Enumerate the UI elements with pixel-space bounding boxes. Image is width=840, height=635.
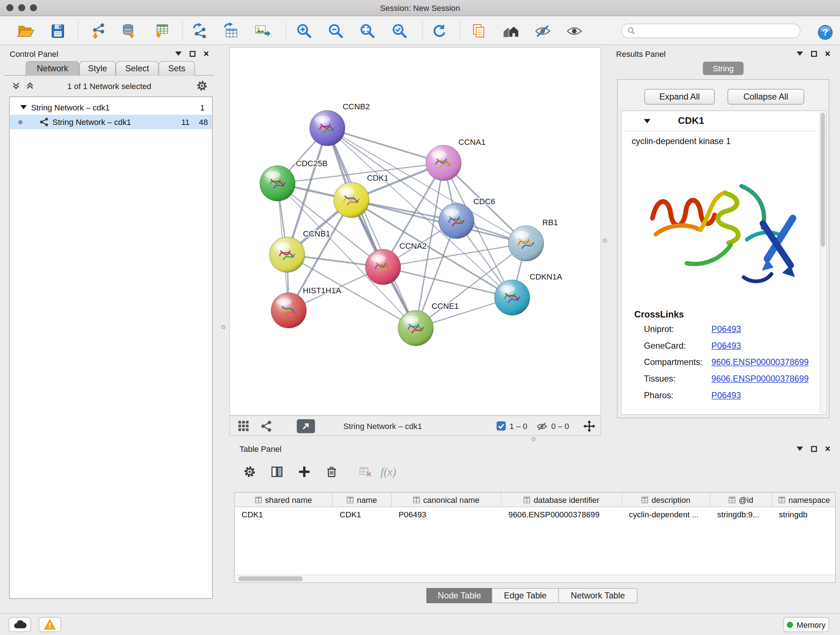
zoom-selected-icon[interactable] — [390, 21, 409, 41]
network-node-ccna1[interactable] — [426, 145, 461, 181]
show-graphics-details-icon[interactable] — [565, 21, 584, 41]
gene-entry-header[interactable]: CDK1 — [622, 111, 826, 131]
network-node-cdk1[interactable] — [334, 182, 369, 218]
hide-graphics-details-icon[interactable] — [533, 21, 552, 41]
tab-select[interactable]: Select — [116, 61, 158, 76]
tab-network[interactable]: Network — [26, 61, 79, 76]
delete-table-icon[interactable] — [357, 464, 373, 480]
panel-menu-icon[interactable] — [175, 51, 182, 56]
network-node-rb1[interactable] — [508, 226, 544, 261]
scrollbar-thumb[interactable] — [238, 576, 303, 581]
selected-checkbox-icon[interactable] — [497, 421, 506, 432]
network-options-gear-icon[interactable] — [196, 80, 208, 94]
column-header[interactable]: canonical name — [392, 493, 502, 507]
show-columns-icon[interactable] — [269, 464, 285, 480]
network-collection-row[interactable]: String Network – cdk1 1 — [10, 100, 212, 115]
column-header[interactable]: shared name — [235, 493, 333, 507]
column-header[interactable]: database identifier — [501, 493, 622, 507]
results-scrollbar[interactable] — [820, 112, 825, 413]
help-icon[interactable]: ? — [815, 22, 835, 42]
export-image-icon[interactable] — [253, 21, 272, 41]
zoom-out-icon[interactable] — [326, 21, 346, 41]
tab-edge-table[interactable]: Edge Table — [492, 588, 559, 603]
scrollbar-thumb[interactable] — [821, 112, 825, 247]
network-node-ccne1[interactable] — [398, 310, 433, 346]
collapse-all-button[interactable]: Collapse All — [728, 89, 804, 105]
network-row[interactable]: String Network – cdk1 11 48 — [10, 115, 212, 129]
cell-shared-name[interactable]: CDK1 — [235, 507, 333, 522]
network-node-ccnb2[interactable] — [309, 111, 345, 146]
entry-collapse-icon[interactable] — [644, 119, 651, 124]
tree-expand-icon[interactable] — [20, 105, 27, 109]
birdseye-view-icon[interactable] — [238, 420, 250, 434]
new-table-icon[interactable] — [221, 21, 240, 41]
network-node-ccna2[interactable] — [365, 249, 401, 285]
panel-menu-icon[interactable] — [797, 51, 803, 56]
tab-sets[interactable]: Sets — [158, 61, 195, 76]
zoom-fit-icon[interactable] — [358, 21, 377, 41]
horizontal-splitter-handle[interactable] — [531, 437, 536, 441]
cell-canonical-name[interactable]: P06493 — [392, 507, 502, 522]
panel-close-icon[interactable]: × — [825, 444, 831, 453]
panel-float-icon[interactable] — [811, 51, 817, 57]
refresh-icon[interactable] — [430, 21, 449, 41]
import-network-file-icon[interactable] — [89, 21, 108, 41]
column-header[interactable]: name — [333, 493, 392, 507]
column-header[interactable]: @id — [711, 493, 772, 507]
open-session-icon[interactable] — [16, 21, 35, 41]
tab-network-table[interactable]: Network Table — [558, 588, 638, 603]
network-node-hist1h1a[interactable] — [271, 293, 306, 328]
cell-database-identifier[interactable]: 9606.ENSP00000378699 — [501, 507, 622, 522]
panel-close-icon[interactable]: × — [204, 49, 209, 58]
import-table-file-icon[interactable] — [152, 21, 172, 41]
column-header[interactable]: description — [622, 493, 710, 507]
save-session-icon[interactable] — [48, 21, 67, 41]
crosslink-link[interactable]: P06493 — [712, 391, 741, 401]
tab-string[interactable]: String — [703, 62, 744, 75]
network-node-cdc25b[interactable] — [260, 166, 295, 201]
cell-id[interactable]: stringdb:9... — [711, 507, 772, 522]
cell-name[interactable]: CDK1 — [333, 507, 392, 522]
crosslink-link[interactable]: P06493 — [712, 325, 741, 334]
panel-float-icon[interactable] — [811, 446, 817, 451]
memory-button[interactable]: Memory — [783, 617, 829, 632]
cell-description[interactable]: cyclin-dependent ... — [622, 507, 710, 522]
network-node-cdc6[interactable] — [439, 203, 474, 239]
pan-mode-icon[interactable] — [584, 420, 595, 434]
crosslink-link[interactable]: P06493 — [712, 341, 741, 351]
table-row[interactable]: CDK1 CDK1 P06493 9606.ENSP00000378699 cy… — [235, 507, 835, 522]
network-edge[interactable] — [327, 128, 416, 328]
right-splitter-handle[interactable] — [603, 239, 607, 243]
search-input[interactable] — [639, 27, 794, 35]
panel-menu-icon[interactable] — [797, 447, 803, 451]
table-horizontal-scrollbar[interactable] — [235, 575, 835, 581]
table-settings-gear-icon[interactable] — [242, 464, 257, 480]
panel-float-icon[interactable] — [189, 51, 195, 57]
create-column-plus-icon[interactable] — [296, 464, 312, 480]
tab-style[interactable]: Style — [79, 61, 116, 76]
network-canvas[interactable]: CCNB2CCNA1CDC25BCDK1CDC6RB1CCNB1CCNA2CDK… — [229, 47, 601, 415]
cloud-status-button[interactable] — [9, 617, 31, 632]
crosslink-link[interactable]: 9606.ENSP00000378699 — [712, 374, 809, 384]
column-header[interactable]: namespace — [772, 493, 836, 507]
network-node-ccnb1[interactable] — [270, 237, 305, 272]
new-network-icon[interactable] — [190, 21, 210, 41]
panel-close-icon[interactable]: × — [825, 49, 831, 58]
warnings-button[interactable] — [39, 617, 61, 632]
crosslink-link[interactable]: 9606.ENSP00000378699 — [712, 358, 809, 367]
expand-all-button[interactable]: Expand All — [644, 89, 714, 105]
zoom-in-icon[interactable] — [294, 21, 314, 41]
network-node-cdkn1a[interactable] — [494, 280, 530, 315]
left-splitter-handle[interactable] — [221, 325, 226, 329]
cell-namespace[interactable]: stringdb — [772, 507, 836, 522]
function-builder-button[interactable]: f(x) — [377, 464, 400, 480]
network-edge[interactable] — [327, 128, 444, 163]
home-icon[interactable] — [501, 21, 521, 41]
tab-node-table[interactable]: Node Table — [426, 588, 493, 603]
detach-view-button[interactable] — [297, 419, 315, 433]
import-network-database-icon[interactable] — [119, 21, 139, 41]
delete-column-trash-icon[interactable] — [324, 464, 339, 480]
network-view-icon[interactable] — [261, 420, 272, 434]
copy-icon[interactable] — [469, 21, 488, 41]
hidden-eye-slash-icon[interactable] — [536, 421, 547, 434]
